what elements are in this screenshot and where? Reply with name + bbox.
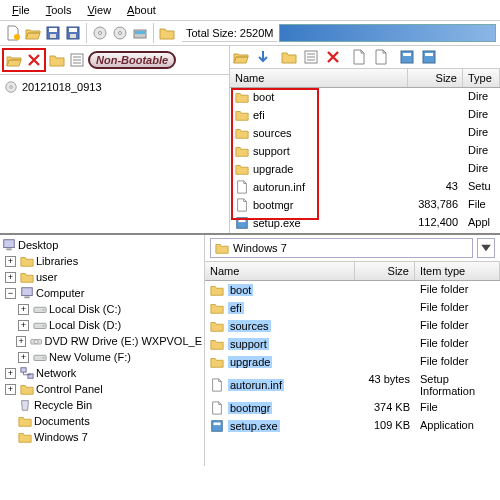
node-user[interactable]: +user	[2, 269, 202, 285]
total-size-label: Total Size: 2520M	[182, 25, 277, 42]
table-row[interactable]: bootmgr374 KBFile	[205, 399, 500, 417]
bootable-badge[interactable]: Non-Bootable	[88, 51, 176, 69]
table-row[interactable]: sourcesDire	[230, 124, 500, 142]
node-libraries[interactable]: +Libraries	[2, 253, 202, 269]
col-name[interactable]: Name	[230, 69, 408, 87]
open-icon[interactable]	[24, 24, 42, 42]
highlighted-buttons	[2, 48, 46, 72]
new-folder-icon[interactable]	[48, 51, 66, 69]
fs-tree: Desktop +Libraries +user −Computer +Loca…	[0, 235, 205, 466]
node-desktop[interactable]: Desktop	[2, 237, 202, 253]
node-dvd[interactable]: +DVD RW Drive (E:) WXPVOL_E	[2, 333, 202, 349]
hex-icon[interactable]	[350, 48, 368, 66]
rename-icon[interactable]	[302, 48, 320, 66]
table-row[interactable]: efiDire	[230, 106, 500, 124]
file-icon	[210, 401, 224, 415]
size-bar	[279, 24, 496, 42]
table-row[interactable]: supportDire	[230, 142, 500, 160]
node-f[interactable]: +New Volume (F:)	[2, 349, 202, 365]
table-row[interactable]: efiFile folder	[205, 299, 500, 317]
newfolder-icon[interactable]	[280, 48, 298, 66]
col-size[interactable]: Size	[355, 262, 415, 280]
folder-icon	[235, 162, 249, 176]
save-icon[interactable]	[44, 24, 62, 42]
file-icon	[235, 180, 249, 194]
image-toolbar: Non-Bootable	[0, 46, 229, 75]
folder-icon	[210, 283, 224, 297]
folder-icon	[235, 108, 249, 122]
saveas-icon[interactable]	[64, 24, 82, 42]
bot-list-header: Name Size Item type	[205, 262, 500, 281]
node-recycle[interactable]: Recycle Bin	[2, 397, 202, 413]
disc-icon[interactable]	[91, 24, 109, 42]
top-list-header: Name Size Type	[230, 69, 500, 88]
table-row[interactable]: bootmgr383,786File	[230, 196, 500, 214]
new-icon[interactable]	[4, 24, 22, 42]
path-field[interactable]: Windows 7	[210, 238, 473, 258]
disc-root[interactable]: 20121018_0913	[4, 79, 225, 95]
explorer-pane: Windows 7 Name Size Item type bootFile f…	[205, 235, 500, 466]
folder-icon	[210, 301, 224, 315]
col-size[interactable]: Size	[408, 69, 463, 87]
table-row[interactable]: autorun.inf43Setu	[230, 178, 500, 196]
folder-icon	[235, 144, 249, 158]
add-icon[interactable]	[254, 48, 272, 66]
col-name[interactable]: Name	[205, 262, 355, 280]
path-text: Windows 7	[233, 242, 287, 254]
folder-icon	[210, 319, 224, 333]
node-computer[interactable]: −Computer	[2, 285, 202, 301]
node-d[interactable]: +Local Disk (D:)	[2, 317, 202, 333]
node-win7[interactable]: Windows 7	[2, 429, 202, 445]
table-row[interactable]: setup.exe109 KBApplication	[205, 417, 500, 435]
disc2-icon[interactable]	[111, 24, 129, 42]
extract-icon[interactable]	[232, 48, 250, 66]
menu-view[interactable]: View	[79, 2, 119, 18]
compress-icon[interactable]	[158, 24, 176, 42]
image-file-list: Name Size Type bootDireefiDiresourcesDir…	[230, 46, 500, 233]
node-c[interactable]: +Local Disk (C:)	[2, 301, 202, 317]
folder-icon	[210, 337, 224, 351]
folder-icon	[235, 126, 249, 140]
col-type[interactable]: Item type	[415, 262, 500, 280]
node-network[interactable]: +Network	[2, 365, 202, 381]
disc-label: 20121018_0913	[22, 81, 102, 93]
remove-files-icon[interactable]	[25, 51, 43, 69]
folder-icon	[235, 90, 249, 104]
file-toolbar	[230, 46, 500, 69]
folder-icon	[210, 355, 224, 369]
delete-icon[interactable]	[324, 48, 342, 66]
menu-file[interactable]: File	[4, 2, 38, 18]
table-row[interactable]: upgradeFile folder	[205, 353, 500, 371]
table-row[interactable]: autorun.inf43 bytesSetup Information	[205, 371, 500, 399]
path-dropdown-icon[interactable]	[477, 238, 495, 258]
node-control[interactable]: +Control Panel	[2, 381, 202, 397]
table-row[interactable]: bootDire	[230, 88, 500, 106]
text-icon[interactable]	[372, 48, 390, 66]
table-row[interactable]: supportFile folder	[205, 335, 500, 353]
file-icon	[210, 378, 224, 392]
menu-about[interactable]: About	[119, 2, 164, 18]
file-icon	[235, 198, 249, 212]
main-toolbar: Total Size: 2520M	[0, 21, 500, 46]
table-row[interactable]: upgradeDire	[230, 160, 500, 178]
menubar: File Tools View About	[0, 0, 500, 21]
tool1-icon[interactable]	[398, 48, 416, 66]
path-bar: Windows 7	[205, 235, 500, 262]
menu-tools[interactable]: Tools	[38, 2, 80, 18]
table-row[interactable]: sourcesFile folder	[205, 317, 500, 335]
app-icon	[235, 216, 249, 230]
table-row[interactable]: setup.exe112,400Appl	[230, 214, 500, 232]
media-icon[interactable]	[131, 24, 149, 42]
table-row[interactable]: bootFile folder	[205, 281, 500, 299]
props-icon[interactable]	[68, 51, 86, 69]
node-docs[interactable]: Documents	[2, 413, 202, 429]
image-tree-pane: Non-Bootable 20121018_0913	[0, 46, 230, 233]
app-icon	[210, 419, 224, 433]
add-folder-icon[interactable]	[5, 51, 23, 69]
tool2-icon[interactable]	[420, 48, 438, 66]
col-type[interactable]: Type	[463, 69, 500, 87]
